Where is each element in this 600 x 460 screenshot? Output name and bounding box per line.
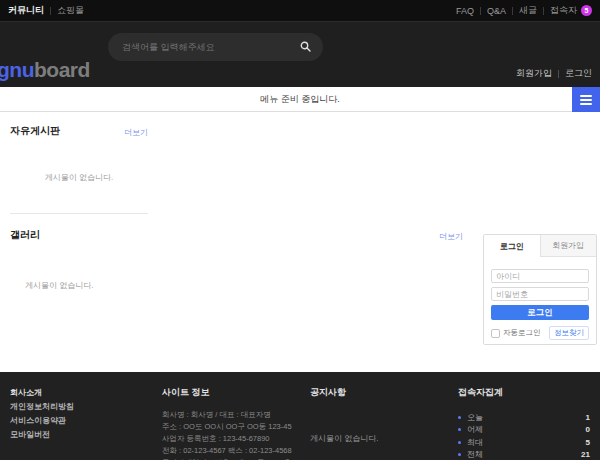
footer-links: 회사소개 개인정보처리방침 서비스이용약관 모바일버전 [10,386,74,442]
free-board-empty-message: 게시물이 없습니다. [10,172,148,183]
footer-site-info: 사이트 정보 회사명 : 회사명 / 대표 : 대표자명 주소 : OO도 OO… [162,386,312,460]
search-button[interactable] [296,40,323,55]
header-member-links: 회원가입 로그인 [516,67,592,80]
bullet-icon [458,441,461,444]
notice-title: 공지사항 [310,386,440,399]
footer-privacy-link[interactable]: 개인정보처리방침 [10,400,74,414]
topbar-community-link[interactable]: 커뮤니티 [8,4,44,17]
gallery-more-link[interactable]: 더보기 [439,231,463,242]
visitor-stats-title: 접속자집계 [458,386,590,399]
visitor-row-label: 어제 [467,424,586,435]
page: 커뮤니티 쇼핑몰 FAQ Q&A 새글 접속자 5 gnuboard [0,0,600,460]
bullet-icon [458,416,461,419]
latest-gallery-box: 갤러리 더보기 게시물이 없습니다. [10,228,463,291]
topbar-qna-link[interactable]: Q&A [487,6,506,16]
main-content: 자유게시판 더보기 게시물이 없습니다. 로그인 회원가입 로그인 자동로그인 [0,112,600,372]
visitor-row-today: 오늘 1 [458,411,590,424]
visitor-row-total: 전체 21 [458,449,590,460]
separator [480,7,481,15]
auto-login-checkbox[interactable] [491,329,500,338]
login-form: 로그인 자동로그인 정보찾기 [484,257,596,348]
notice-empty-message: 게시물이 없습니다. [310,433,440,444]
visitor-count-badge: 5 [581,5,592,16]
site-info-line: 사업자 등록번호 : 123-45-67890 [162,433,312,445]
topbar-left-menu: 커뮤니티 쇼핑몰 [8,4,84,17]
visitor-row-value: 5 [586,438,590,447]
visitor-row-value: 0 [586,425,590,434]
separator [558,70,559,78]
gallery-header: 갤러리 더보기 [10,228,463,242]
search-bar [108,33,323,61]
site-info-lines: 회사명 : 회사명 / 대표 : 대표자명 주소 : OO도 OO시 OO구 O… [162,409,312,460]
footer-terms-link[interactable]: 서비스이용약관 [10,414,74,428]
logo-text-gnu: gnu [0,58,34,81]
hamburger-menu-button[interactable] [572,87,600,112]
gallery-empty-message: 게시물이 없습니다. [10,280,463,291]
menu-placeholder-text: 메뉴 준비 중입니다. [260,93,340,106]
separator [543,7,544,15]
auto-login-label: 자동로그인 [503,328,541,338]
footer-company-link[interactable]: 회사소개 [10,386,74,400]
search-icon [300,40,311,55]
visitor-row-label: 최대 [467,437,586,448]
site-logo[interactable]: gnuboard [0,58,90,82]
find-info-button[interactable]: 정보찾기 [549,326,589,340]
footer: 회사소개 개인정보처리방침 서비스이용약관 모바일버전 사이트 정보 회사명 :… [0,372,600,460]
site-info-line: 회사명 : 회사명 / 대표 : 대표자명 [162,409,312,421]
login-link[interactable]: 로그인 [565,67,592,80]
free-board-title: 자유게시판 [10,124,60,138]
footer-notice: 공지사항 게시물이 없습니다. [310,386,440,444]
auto-login-option[interactable]: 자동로그인 [491,328,541,338]
login-box-tabs: 로그인 회원가입 [484,235,596,257]
separator [50,7,51,15]
topbar: 커뮤니티 쇼핑몰 FAQ Q&A 새글 접속자 5 [0,0,600,22]
register-link[interactable]: 회원가입 [516,67,552,80]
visitor-row-label: 오늘 [467,412,586,423]
topbar-newposts-link[interactable]: 새글 [519,4,537,17]
main-menu-bar: 메뉴 준비 중입니다. [0,87,600,112]
tab-register[interactable]: 회원가입 [540,235,597,257]
separator [512,7,513,15]
visitor-row-value: 21 [581,450,590,459]
login-id-input[interactable] [491,269,589,283]
topbar-visitors-link[interactable]: 접속자 [550,4,577,17]
site-info-line: 전화 : 02-123-4567 팩스 : 02-123-4568 [162,445,312,457]
site-info-line: 주소 : OO도 OO시 OO구 OO동 123-45 [162,421,312,433]
visitor-stats-rows: 오늘 1 어제 0 최대 5 전체 21 [458,411,590,460]
logo-text-board: board [34,58,90,81]
login-password-input[interactable] [491,287,589,301]
login-options-row: 자동로그인 정보찾기 [491,326,589,340]
footer-mobile-link[interactable]: 모바일버전 [10,428,74,442]
tab-login[interactable]: 로그인 [484,235,540,257]
free-board-more-link[interactable]: 더보기 [124,127,148,138]
visitor-row-max: 최대 5 [458,436,590,449]
topbar-shop-link[interactable]: 쇼핑몰 [57,4,84,17]
visitor-row-yesterday: 어제 0 [458,424,590,437]
footer-visitor-stats: 접속자집계 오늘 1 어제 0 최대 5 [458,386,590,460]
visitor-row-value: 1 [586,413,590,422]
topbar-faq-link[interactable]: FAQ [456,6,474,16]
free-board-header: 자유게시판 더보기 [10,124,148,138]
header: gnuboard 회원가입 로그인 [0,22,600,87]
bullet-icon [458,453,461,456]
topbar-right-menu: FAQ Q&A 새글 접속자 5 [456,4,592,17]
login-submit-button[interactable]: 로그인 [491,305,589,320]
visitor-row-label: 전체 [467,449,581,460]
site-info-title: 사이트 정보 [162,386,312,399]
latest-free-board-box: 자유게시판 더보기 게시물이 없습니다. [10,124,148,214]
search-input[interactable] [108,42,296,52]
bullet-icon [458,428,461,431]
gallery-title: 갤러리 [10,228,40,242]
login-box: 로그인 회원가입 로그인 자동로그인 정보찾기 [483,234,597,345]
